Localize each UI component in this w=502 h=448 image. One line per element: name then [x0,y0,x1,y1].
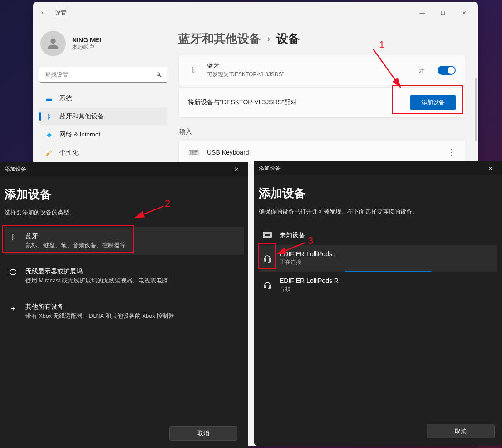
chevron-right-icon: › [267,34,270,44]
close-button[interactable]: ✕ [453,5,474,20]
device-item-lollipods-l[interactable]: EDIFIER LolliPods L 正在连接 [259,245,497,272]
bluetooth-icon: ᛒ [8,232,18,241]
more-icon[interactable]: ⋮ [448,147,456,157]
svg-rect-3 [265,233,270,237]
headset-icon [262,254,272,263]
device-status: 正在连接 [280,258,338,266]
dialog-titlebar: 添加设备 ✕ [0,162,248,176]
sidebar-item-system[interactable]: ▬ 系统 [39,90,167,107]
annotation-number-2: 2 [165,198,170,209]
sidebar-item-label: 网络 & Internet [59,131,100,139]
minimize-button[interactable]: — [412,5,433,20]
dialog-heading: 添加设备 [5,186,244,202]
annotation-number-3: 3 [308,235,313,247]
pair-device-text: 将新设备与"DESKTOP-VL3JSDS"配对 [188,98,402,107]
cancel-button[interactable]: 取消 [169,426,237,441]
annotation-number-1: 1 [379,39,384,51]
bluetooth-icon: ᛒ [45,113,53,120]
device-name: EDIFIER LolliPods R [280,277,339,284]
cancel-button[interactable]: 取消 [427,424,495,438]
bluetooth-toggle[interactable] [438,66,456,75]
pair-device-card: 将新设备与"DESKTOP-VL3JSDS"配对 添加设备 [178,87,465,118]
connecting-progress [345,271,431,272]
dialog-footer: 取消 [169,426,237,441]
add-device-button[interactable]: 添加设备 [410,95,456,110]
add-device-dialog-list: 添加设备 ✕ 添加设备 确保你的设备已打开并可被发现。在下面选择要连接的设备。 … [254,161,502,446]
input-section-heading: 输入 [179,128,465,136]
plus-icon: ＋ [8,303,18,313]
device-name: 未知设备 [280,231,305,239]
device-type-desc: 鼠标、键盘、笔、音频设备、控制器等 [25,242,126,249]
user-account-type: 本地帐户 [72,44,101,51]
scrollbar[interactable] [475,78,477,141]
sidebar-item-bluetooth[interactable]: ᛒ 蓝牙和其他设备 [39,108,167,125]
breadcrumb-parent[interactable]: 蓝牙和其他设备 [178,31,261,47]
svg-rect-4 [264,259,266,261]
headset-icon [262,281,272,289]
display-icon: ▬ [45,95,53,102]
device-type-title: 无线显示器或扩展坞 [25,268,168,276]
wifi-icon: ◆ [45,131,53,138]
bluetooth-subtitle: 可发现为"DESKTOP-VL3JSDS" [207,71,411,78]
device-type-desc: 使用 Miracast 或无线扩展坞的无线监视器、电视或电脑 [25,277,168,285]
device-status: 音频 [280,285,339,293]
keyboard-icon: ⌨ [188,148,199,157]
window-controls: — ☐ ✕ [412,5,474,20]
add-device-dialog-type: 添加设备 ✕ 添加设备 选择要添加的设备的类型。 ᛒ 蓝牙 鼠标、键盘、笔、音频… [0,162,248,448]
avatar [40,31,66,56]
device-type-title: 其他所有设备 [25,303,174,311]
titlebar: ← 设置 — ☐ ✕ [33,2,478,24]
dialog-titlebar: 添加设备 ✕ [254,161,502,175]
sidebar-item-label: 蓝牙和其他设备 [59,112,104,121]
svg-rect-5 [269,259,271,261]
sidebar-item-label: 个性化 [59,149,79,157]
search-box: 🔍︎ [39,67,167,83]
keyboard-name: USB Keyboard [207,149,439,156]
device-name: EDIFIER LolliPods L [280,250,338,258]
device-item-lollipods-r[interactable]: EDIFIER LolliPods R 音频 [259,272,497,298]
sidebar-item-personalize[interactable]: 🖌 个性化 [39,144,167,161]
breadcrumb-current: 设备 [276,31,300,47]
search-icon: 🔍︎ [156,71,162,78]
monitor-icon: 🖵 [8,268,18,277]
person-icon [45,36,61,51]
toggle-label: 开 [419,66,425,74]
dialog-title: 添加设备 [259,165,281,172]
user-name: NING MEI [72,36,101,44]
dialog-title: 添加设备 [5,166,26,173]
dialog-heading: 添加设备 [259,185,497,201]
back-button[interactable]: ← [37,5,51,20]
maximize-button[interactable]: ☐ [433,5,453,20]
breadcrumb: 蓝牙和其他设备 › 设备 [178,31,465,47]
dialog-subheading: 确保你的设备已打开并可被发现。在下面选择要连接的设备。 [259,208,497,216]
search-input[interactable] [39,67,167,83]
dialog-subheading: 选择要添加的设备的类型。 [5,209,244,217]
device-type-bluetooth[interactable]: ᛒ 蓝牙 鼠标、键盘、笔、音频设备、控制器等 [5,227,244,255]
sidebar-item-network[interactable]: ◆ 网络 & Internet [39,126,167,143]
dialog-footer: 取消 [427,424,495,438]
device-type-wireless-display[interactable]: 🖵 无线显示器或扩展坞 使用 Miracast 或无线扩展坞的无线监视器、电视或… [5,262,244,290]
device-type-desc: 带有 Xbox 无线适配器、DLNA 和其他设备的 Xbox 控制器 [25,312,174,320]
svg-rect-7 [269,286,271,288]
close-icon[interactable]: ✕ [229,166,244,173]
device-icon [262,232,272,239]
bluetooth-icon: ᛒ [188,66,199,74]
bluetooth-title: 蓝牙 [207,62,411,70]
sidebar-item-label: 系统 [59,94,72,102]
close-icon[interactable]: ✕ [483,165,497,172]
bluetooth-card: ᛒ 蓝牙 可发现为"DESKTOP-VL3JSDS" 开 [178,55,465,85]
device-type-other[interactable]: ＋ 其他所有设备 带有 Xbox 无线适配器、DLNA 和其他设备的 Xbox … [5,297,244,326]
device-type-title: 蓝牙 [25,232,126,240]
device-item-unknown[interactable]: 未知设备 [259,226,497,245]
window-title: 设置 [55,9,67,17]
user-profile[interactable]: NING MEI 本地帐户 [39,27,167,63]
svg-rect-6 [264,286,266,288]
brush-icon: 🖌 [45,149,53,156]
